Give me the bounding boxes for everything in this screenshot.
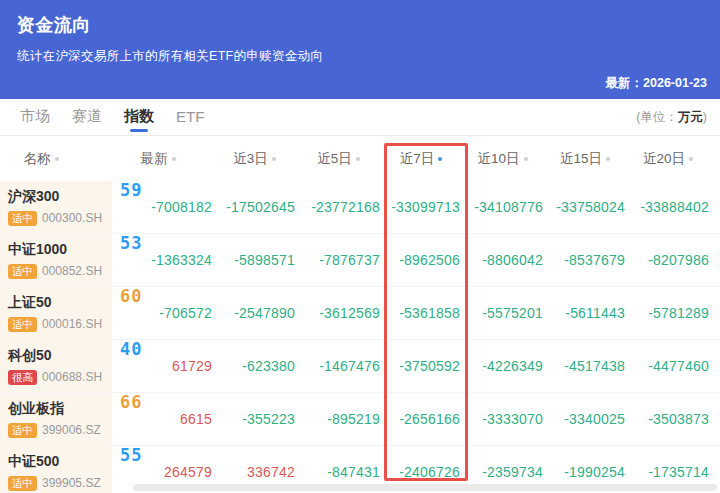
cell-3d: -5898571 (222, 234, 305, 286)
score-value: 40 (120, 340, 142, 360)
cell-3d: -17502645 (222, 181, 305, 233)
score-value: 53 (120, 234, 142, 254)
value-15d: -3340025 (564, 411, 625, 427)
cell-20d: -3503873 (635, 393, 719, 445)
table-row[interactable]: 沪深300 适中 000300.SH 59 -7008182 -17502645… (0, 181, 720, 234)
sort-indicator-icon[interactable] (172, 157, 176, 161)
value-20d: -5781289 (648, 305, 709, 321)
cell-5d: -1467476 (305, 340, 390, 392)
cell-7d: -5361858 (390, 287, 470, 339)
column-header-10d[interactable]: 近10日 (470, 150, 553, 168)
cell-7d: -3750592 (390, 340, 470, 392)
index-name: 中证500 (8, 453, 108, 471)
table-row[interactable]: 上证50 适中 000016.SH 60 -706572 -2547890 -3… (0, 287, 720, 340)
column-header-name[interactable]: 名称 (0, 150, 112, 168)
index-code: 000300.SH (42, 211, 102, 225)
tab-etf[interactable]: ETF (176, 100, 204, 134)
value-latest: -1363324 (151, 252, 212, 268)
value-7d: -5361858 (399, 305, 460, 321)
column-header-3d[interactable]: 近3日 (222, 150, 305, 168)
value-15d: -4517438 (564, 358, 625, 374)
sort-indicator-icon[interactable] (606, 157, 610, 161)
index-subline: 适中 399006.SZ (8, 423, 108, 438)
value-3d: -17502645 (226, 199, 295, 215)
index-name-cell[interactable]: 创业板指 适中 399006.SZ (0, 393, 112, 445)
value-10d: -4226349 (482, 358, 543, 374)
value-20d: -33888402 (640, 199, 709, 215)
value-3d: -5898571 (234, 252, 295, 268)
index-code: 399006.SZ (42, 423, 101, 437)
value-latest: 6615 (180, 411, 212, 427)
sort-indicator-icon[interactable] (55, 157, 59, 161)
cell-10d: -8806042 (470, 234, 553, 286)
index-name: 科创50 (8, 347, 108, 365)
index-name-cell[interactable]: 中证500 适中 399905.SZ (0, 446, 112, 493)
value-15d: -8537679 (564, 252, 625, 268)
tab-sector[interactable]: 赛道 (72, 99, 102, 135)
value-latest: -706572 (159, 305, 212, 321)
sort-indicator-icon[interactable] (272, 157, 276, 161)
unit-suffix: ) (703, 110, 707, 124)
index-name-cell[interactable]: 科创50 很高 000688.SH (0, 340, 112, 392)
cell-10d: -3333070 (470, 393, 553, 445)
index-name: 创业板指 (8, 400, 108, 418)
column-header-latest[interactable]: 最新 (112, 150, 222, 168)
horizontal-scrollbar[interactable] (133, 484, 717, 491)
cell-10d: -5575201 (470, 287, 553, 339)
table-row[interactable]: 创业板指 适中 399006.SZ 66 6615 -355223 -89521… (0, 393, 720, 446)
index-subline: 适中 399905.SZ (8, 476, 108, 491)
sort-indicator-icon[interactable] (438, 157, 442, 161)
index-code: 399905.SZ (42, 476, 101, 490)
index-name-cell[interactable]: 上证50 适中 000016.SH (0, 287, 112, 339)
index-subline: 适中 000016.SH (8, 317, 108, 332)
cell-3d: -2547890 (222, 287, 305, 339)
value-20d: -3503873 (648, 411, 709, 427)
unit-label: (单位：万元) (636, 109, 707, 126)
fund-flow-app: 资金流向 统计在沪深交易所上市的所有相关ETF的申赎资金动向 最新：2026-0… (0, 0, 720, 493)
value-10d: -2359734 (482, 464, 543, 480)
cell-20d: -5781289 (635, 287, 719, 339)
column-header-5d[interactable]: 近5日 (305, 150, 390, 168)
value-10d: -8806042 (482, 252, 543, 268)
score-value: 55 (120, 446, 142, 466)
page-title: 资金流向 (17, 13, 704, 37)
value-20d: -4477460 (648, 358, 709, 374)
latest-cell: 53 -1363324 (112, 234, 222, 286)
cell-10d: -4226349 (470, 340, 553, 392)
value-5d: -1467476 (319, 358, 380, 374)
value-3d: 336742 (247, 464, 295, 480)
value-15d: -1990254 (564, 464, 625, 480)
index-name-cell[interactable]: 沪深300 适中 000300.SH (0, 181, 112, 233)
table-row[interactable]: 中证1000 适中 000852.SH 53 -1363324 -5898571… (0, 234, 720, 287)
cell-10d: -34108776 (470, 181, 553, 233)
index-subline: 很高 000688.SH (8, 370, 108, 385)
page-header: 资金流向 统计在沪深交易所上市的所有相关ETF的申赎资金动向 最新：2026-0… (0, 0, 720, 99)
risk-badge: 适中 (8, 211, 37, 226)
column-header-20d[interactable]: 近20日 (635, 150, 719, 168)
index-code: 000852.SH (42, 264, 102, 278)
cell-7d: -2656166 (390, 393, 470, 445)
sort-indicator-icon[interactable] (524, 157, 528, 161)
column-header-7d[interactable]: 近7日 (390, 150, 470, 168)
sort-indicator-icon[interactable] (689, 157, 693, 161)
value-7d: -2406726 (399, 464, 460, 480)
tab-market[interactable]: 市场 (20, 99, 50, 135)
index-name-cell[interactable]: 中证1000 适中 000852.SH (0, 234, 112, 286)
value-3d: -2547890 (234, 305, 295, 321)
index-name: 上证50 (8, 294, 108, 312)
cell-15d: -5611443 (553, 287, 635, 339)
cell-7d: -33099713 (390, 181, 470, 233)
cell-7d: -8962506 (390, 234, 470, 286)
latest-cell: 66 6615 (112, 393, 222, 445)
table-row[interactable]: 科创50 很高 000688.SH 40 61729 -623380 -1467… (0, 340, 720, 393)
table-body: 沪深300 适中 000300.SH 59 -7008182 -17502645… (0, 181, 720, 493)
value-latest: 61729 (172, 358, 212, 374)
value-20d: -1735714 (648, 464, 709, 480)
value-latest: -7008182 (151, 199, 212, 215)
unit-value: 万元 (678, 110, 703, 124)
column-header-15d[interactable]: 近15日 (553, 150, 635, 168)
sort-indicator-icon[interactable] (356, 157, 360, 161)
unit-prefix: (单位： (636, 110, 678, 124)
tab-index[interactable]: 指数 (124, 99, 154, 135)
risk-badge: 很高 (8, 370, 37, 385)
